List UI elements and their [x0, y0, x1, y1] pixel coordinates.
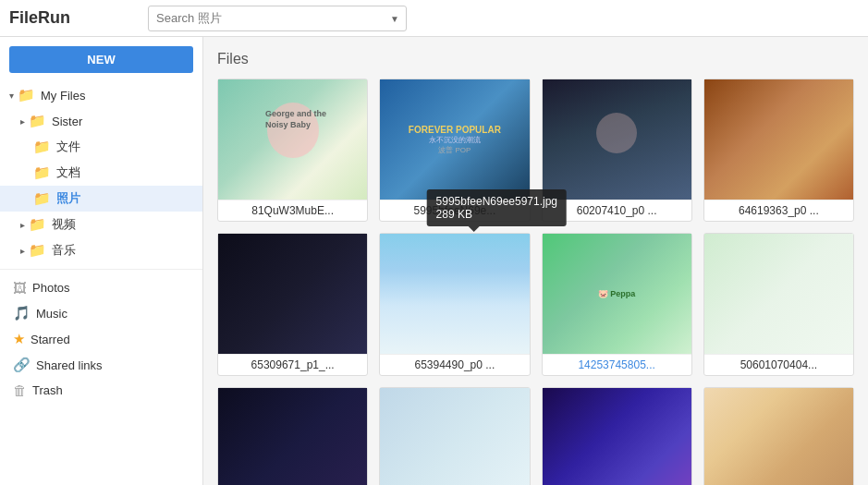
thumb-image-10 — [380, 388, 529, 485]
thumb-label-3: 60207410_p0 ... — [543, 200, 691, 221]
thumb-item-10[interactable] — [379, 387, 530, 485]
thumb-item-7[interactable]: 🐷 Peppa 14253745805... — [542, 233, 692, 376]
thumb-image-8 — [704, 234, 853, 354]
thumb-image-12: 值得买 — [704, 388, 853, 485]
thumb-image-1: George and the Noisy Baby — [218, 79, 367, 200]
special-items: 🖼 Photos 🎵 Music ★ Starred 🔗 Shared link… — [0, 275, 202, 403]
sidebar-item-photos[interactable]: 🖼 Photos — [0, 275, 202, 300]
folder-icon-photos-zh: 📁 — [33, 190, 51, 207]
search-input[interactable] — [148, 6, 407, 31]
thumb-label-1: 81QuW3MubE... — [218, 200, 367, 221]
thumb-label-4: 64619363_p0 ... — [704, 200, 853, 221]
folder-icon-files-zh: 📁 — [33, 139, 51, 155]
sidebar-item-music-zh[interactable]: ▸ 📁 音乐 — [0, 237, 202, 263]
thumb-item-6[interactable]: 5995bfeeN69ee5971.jpg 289 KB 65394490_p0… — [379, 233, 530, 376]
sidebar-item-music[interactable]: 🎵 Music — [0, 300, 202, 326]
chevron-sister: ▸ — [20, 116, 25, 127]
folder-icon-sister: 📁 — [29, 113, 46, 129]
folder-icon-video-zh: 📁 — [29, 216, 46, 233]
thumb-label-5: 65309671_p1_... — [218, 354, 367, 375]
sidebar-item-sister[interactable]: ▸ 📁 Sister — [0, 108, 202, 134]
sidebar-item-files-zh[interactable]: 📁 文件 — [0, 134, 202, 160]
svg-text:Noisy Baby: Noisy Baby — [265, 120, 311, 129]
thumb-item-1[interactable]: George and the Noisy Baby 81QuW3MubE... — [217, 79, 368, 222]
photo-icon: 🖼 — [13, 280, 27, 296]
thumb-label-2: 5995bfeeN69e... — [380, 200, 529, 221]
sidebar-label-my-files: My Files — [41, 89, 85, 103]
thumb-item-9[interactable] — [217, 387, 368, 485]
folder-icon-docs-zh: 📁 — [33, 164, 51, 181]
sidebar-item-shared-links[interactable]: 🔗 Shared links — [0, 352, 202, 378]
star-icon: ★ — [13, 331, 25, 347]
layout: NEW ▾ 📁 My Files ▸ 📁 Sister 📁 文件 📁 文档 — [0, 37, 868, 485]
sidebar-item-docs-zh[interactable]: 📁 文档 — [0, 160, 202, 186]
sidebar-label-music-zh: 音乐 — [52, 242, 76, 259]
svg-text:George and the: George and the — [265, 109, 326, 118]
sidebar-label-photos: Photos — [32, 281, 69, 295]
sidebar: NEW ▾ 📁 My Files ▸ 📁 Sister 📁 文件 📁 文档 — [0, 37, 203, 485]
thumb-image-7: 🐷 Peppa — [543, 234, 691, 354]
search-wrapper: ▼ — [148, 6, 407, 31]
sidebar-label-starred: Starred — [31, 333, 70, 346]
sidebar-label-sister: Sister — [52, 115, 82, 128]
chevron-music-zh: ▸ — [20, 246, 25, 256]
sidebar-item-photos-zh[interactable]: 📁 照片 — [0, 186, 202, 212]
thumb-label-7: 14253745805... — [543, 354, 691, 375]
folder-icon-music-zh: 📁 — [29, 242, 46, 259]
chevron-video-zh: ▸ — [20, 220, 25, 230]
sidebar-item-trash[interactable]: 🗑 Trash — [0, 378, 202, 403]
sidebar-label-files-zh: 文件 — [56, 139, 80, 155]
file-tree: ▾ 📁 My Files ▸ 📁 Sister 📁 文件 📁 文档 📁 照片 — [0, 82, 202, 263]
music-icon: 🎵 — [13, 305, 31, 321]
sidebar-item-my-files[interactable]: ▾ 📁 My Files — [0, 82, 202, 108]
sidebar-divider — [0, 269, 202, 270]
files-heading: Files — [217, 51, 854, 67]
thumb-item-2[interactable]: FOREVER POPULAR 永不沉没的潮流 波普 POP 5995bfeeN… — [379, 79, 530, 222]
thumb-label-6: 65394490_p0 ... — [380, 354, 529, 375]
thumb-image-3 — [543, 79, 691, 200]
sidebar-label-video-zh: 视频 — [52, 216, 76, 233]
thumb-item-11[interactable] — [542, 387, 692, 485]
folder-icon: 📁 — [18, 87, 35, 103]
sidebar-label-trash: Trash — [32, 383, 63, 397]
thumb-image-2: FOREVER POPULAR 永不沉没的潮流 波普 POP — [380, 79, 529, 200]
thumb-image-5 — [218, 234, 367, 354]
thumb-image-11 — [543, 388, 691, 485]
sidebar-item-video-zh[interactable]: ▸ 📁 视频 — [0, 212, 202, 237]
thumb-image-9 — [218, 388, 367, 485]
sidebar-label-docs-zh: 文档 — [56, 164, 80, 181]
chevron-my-files: ▾ — [9, 91, 14, 101]
thumbnail-grid: George and the Noisy Baby 81QuW3MubE... … — [217, 79, 854, 485]
thumb-label-8: 50601070404... — [704, 354, 853, 375]
sidebar-label-shared-links: Shared links — [36, 358, 103, 372]
thumb-item-3[interactable]: 60207410_p0 ... — [542, 79, 692, 222]
new-button[interactable]: NEW — [9, 46, 193, 73]
trash-icon: 🗑 — [13, 382, 27, 398]
thumb-item-12[interactable]: 值得买 — [703, 387, 854, 485]
sidebar-label-photos-zh: 照片 — [56, 190, 80, 207]
thumb-item-8[interactable]: 50601070404... — [703, 233, 854, 376]
thumb-image-4 — [704, 79, 853, 200]
thumb-item-4[interactable]: 64619363_p0 ... — [703, 79, 854, 222]
thumb-item-5[interactable]: 65309671_p1_... — [217, 233, 368, 376]
main-content: Files George and the Noisy Baby 81QuW3Mu… — [203, 37, 868, 485]
header: FileRun ▼ — [0, 0, 868, 37]
sidebar-item-starred[interactable]: ★ Starred — [0, 326, 202, 352]
thumb-image-6 — [380, 234, 529, 354]
svg-point-3 — [596, 113, 637, 153]
sidebar-label-music: Music — [36, 307, 67, 321]
link-icon: 🔗 — [13, 357, 31, 373]
app-logo: FileRun — [9, 8, 129, 28]
